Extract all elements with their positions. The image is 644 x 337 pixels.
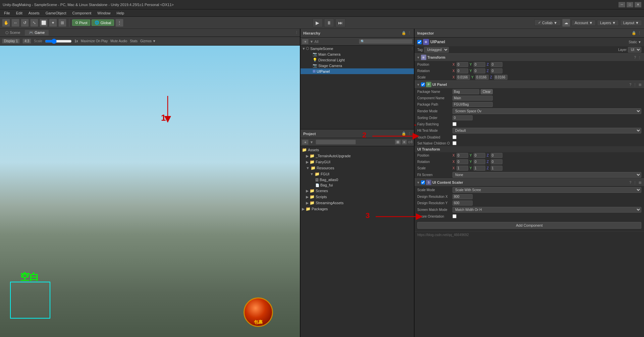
object-active-checkbox[interactable] [417,40,422,44]
ui-sy-input[interactable] [474,166,485,171]
render-mode-dropdown[interactable]: Screen Space Ov [452,108,641,114]
design-res-x-input[interactable] [452,194,473,199]
inspector-menu[interactable]: ⋮ [638,31,641,35]
hit-test-dropdown[interactable]: Default [452,128,641,133]
scaler-expand[interactable]: ⊞ [638,181,642,184]
close-button[interactable]: ✕ [635,2,641,7]
layout-button[interactable]: Layout ▼ [620,20,642,26]
transform-tool[interactable]: ✦ [49,19,57,27]
set-native-checkbox[interactable] [452,141,457,145]
rect-tool[interactable]: ⬜ [40,19,48,27]
hand-tool[interactable]: ✋ [2,19,10,27]
ui-py-input[interactable] [474,153,485,158]
package-name-input[interactable] [452,89,479,94]
folder-fairygui[interactable]: ▶ 📁 FairyGUI [301,159,414,165]
play-button[interactable]: ▶ [313,18,323,27]
pause-button[interactable]: ⏸ [324,18,334,27]
ui-sx-input[interactable] [457,166,468,171]
pos-x-input[interactable] [457,62,468,67]
menu-window[interactable]: Window [95,10,113,16]
folder-fgui[interactable]: ▼ 📁 FGUI [301,171,414,177]
rot-z-input[interactable] [491,68,502,73]
menu-assets[interactable]: Assets [26,10,42,16]
scale-y-input[interactable] [475,75,489,80]
ui-rz-input[interactable] [491,159,502,164]
scaler-options[interactable]: ⋮ [633,181,637,184]
add-object-button[interactable]: + [302,39,309,44]
folder-terrain[interactable]: ▶ 📁 _TerrainAutoUpgrade [301,153,414,159]
sorting-order-input[interactable] [452,115,473,120]
tree-item-uipanel[interactable]: ⊞ UIPanel [301,68,414,74]
add-asset-button[interactable]: + [302,139,309,145]
move-tool[interactable]: ↔ [11,19,19,27]
minimize-button[interactable]: ─ [619,2,625,7]
uipanel-header[interactable]: ▼ P UI Panel ? ⋮ ⊞ [415,80,644,89]
step-button[interactable]: ⏭ [335,18,345,27]
scaler-help[interactable]: ? [629,181,632,184]
project-lock[interactable]: 🔒 [401,131,406,136]
scale-x-input[interactable] [457,75,470,80]
cloud-button[interactable]: ☁ [562,19,570,27]
rot-y-input[interactable] [474,68,485,73]
rotate-tool[interactable]: ↺ [21,19,29,27]
display-dropdown[interactable]: Display 1 [2,39,20,44]
clear-button[interactable]: Clear [481,89,493,94]
pos-z-input[interactable] [491,62,502,67]
object-static[interactable]: Static ▼ [629,40,641,44]
tree-item-samplescene[interactable]: ▼ ⬡ SampleScene ⋮ [301,46,414,51]
layers-button[interactable]: Layers ▼ [597,20,619,26]
file-bag-atlas[interactable]: 🖼 Bag_atlas0 [301,177,414,182]
folder-packages[interactable]: ▶ 📁 Packages [301,206,414,212]
uipanel-options[interactable]: ⋮ [633,83,637,87]
touch-disabled-checkbox[interactable] [452,135,457,139]
collab-button[interactable]: ✓ Collab ▼ [534,19,561,26]
transform-header[interactable]: ▼ ⊞ Transform ? ⋮ [415,53,644,61]
menu-edit[interactable]: Edit [13,10,25,16]
fit-screen-dropdown[interactable]: None [452,172,641,178]
maximize-button[interactable]: □ [627,2,633,7]
project-search[interactable] [316,139,356,145]
uipanel-help[interactable]: ? [629,83,632,87]
gizmos-btn[interactable]: Gizmos ▼ [140,39,156,43]
scale-tool[interactable]: ⤡ [30,19,38,27]
maximize-on-play[interactable]: Maximize On Play [81,39,108,43]
menu-file[interactable]: File [1,10,13,16]
uiscaler-header[interactable]: ▼ S UI Content Scaler ? ⋮ ⊞ [415,178,644,186]
transform-options[interactable]: ⋮ [637,56,642,59]
folder-assets[interactable]: 📁 Assets [301,147,414,153]
scaler-active[interactable] [421,180,425,184]
uipanel-active[interactable] [421,82,425,87]
layer-dropdown[interactable]: UI [628,47,641,53]
project-icons-btn[interactable]: ⊞ [395,139,401,145]
hierarchy-lock[interactable]: 🔒 [401,31,406,35]
menu-gameobject[interactable]: GameObject [43,10,69,16]
ui-sz-input[interactable] [491,166,502,171]
screen-match-dropdown[interactable]: Match Width Or H [452,207,641,213]
rot-x-input[interactable] [457,68,468,73]
menu-help[interactable]: Help [114,10,127,16]
hierarchy-menu[interactable]: ⋮ [408,31,411,35]
scene-options[interactable]: ⋮ [411,47,414,50]
tree-item-stage-camera[interactable]: 📷 Stage Camera [301,63,414,68]
fairy-batching-checkbox[interactable] [452,122,457,126]
file-bag-fui[interactable]: 📄 Bag_fui [301,182,414,188]
aspect-dropdown[interactable]: 4:3 [22,39,31,44]
transform-help[interactable]: ? [633,56,637,59]
package-path-input[interactable] [452,102,493,107]
scale-mode-dropdown[interactable]: Scale With Scree [452,187,641,193]
snap-button[interactable]: ⋮ [115,19,123,27]
add-component-button[interactable]: Add Component [417,222,641,229]
mute-audio[interactable]: Mute Audio [110,39,127,43]
scale-slider[interactable] [45,39,72,44]
scene-tab[interactable]: ⬡ Scene [1,30,24,36]
project-list-btn[interactable]: ≡ [402,139,407,145]
hierarchy-search[interactable]: 🔍 [359,39,413,44]
folder-scenes[interactable]: ▶ 📁 Scenes [301,188,414,194]
ui-pz-input[interactable] [491,153,502,158]
ui-ry-input[interactable] [474,159,485,164]
global-button[interactable]: 🌐 Global [92,19,114,26]
inspector-lock[interactable]: 🔒 [632,31,636,35]
folder-resources[interactable]: ▼ 📁 Resources [301,165,414,171]
project-menu[interactable]: ⋮ [408,131,411,136]
design-res-y-input[interactable] [452,201,473,206]
